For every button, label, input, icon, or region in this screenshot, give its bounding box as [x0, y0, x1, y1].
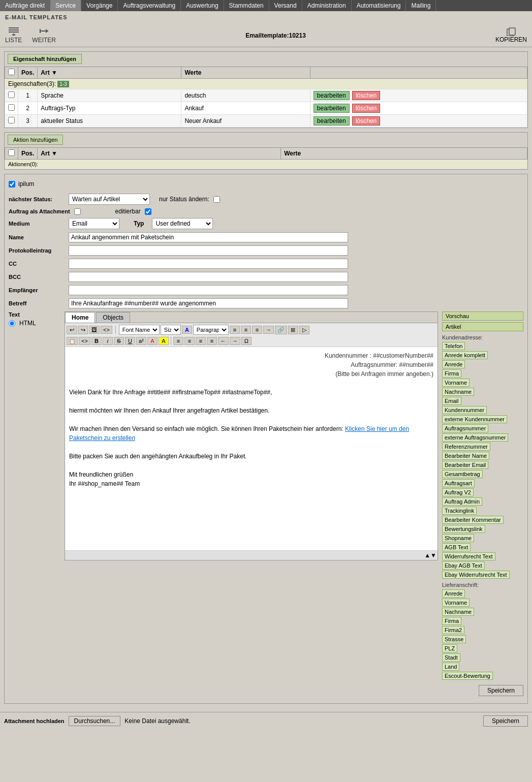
special-button[interactable]: Ω	[241, 337, 252, 345]
highlight-button[interactable]: A	[159, 337, 169, 345]
kopieren-button[interactable]: KOPIEREN	[495, 27, 527, 43]
align-c2[interactable]: ≡	[184, 337, 195, 345]
tag-ext-kundennummer[interactable]: externe Kundennummer	[442, 415, 507, 423]
redo-button[interactable]: ↪	[78, 326, 88, 334]
bold-button[interactable]: B	[91, 337, 102, 345]
tag-auftrag-v2[interactable]: Auftrag V2	[442, 488, 474, 496]
nav-stammdaten[interactable]: Stammdaten	[224, 0, 269, 11]
tag-lief-land[interactable]: Land	[442, 663, 459, 671]
prop2-checkbox[interactable]	[8, 104, 15, 111]
tag-lief-nachname[interactable]: Nachname	[442, 608, 474, 616]
status-select[interactable]: Warten auf Artikel	[69, 194, 150, 205]
editor-content[interactable]: Kundennummer : ##customerNumber## Auftra…	[65, 347, 437, 550]
tag-telefon[interactable]: Telefon	[442, 342, 465, 350]
link-button[interactable]: 🔗	[275, 326, 287, 334]
add-property-button[interactable]: Eigenschaft hinzufügen	[8, 54, 82, 64]
add-action-button[interactable]: Aktion hinzufügen	[8, 135, 63, 145]
protokolleintrag-input[interactable]	[69, 245, 348, 256]
paketschein-link[interactable]: Klicken Sie hier um den Paketschein zu e…	[69, 425, 409, 442]
tag-ext-auftragsnummer[interactable]: externe Auftragsnummer	[442, 433, 508, 442]
weiter-button[interactable]: WEITER	[32, 26, 56, 44]
italic-button[interactable]: i	[103, 337, 113, 345]
tag-lief-plz[interactable]: PLZ	[442, 644, 457, 652]
prop3-checkbox[interactable]	[8, 117, 15, 123]
tag-escout-bewertung[interactable]: Escout-Bewertung	[442, 672, 493, 680]
sidebar-save-button[interactable]: Speichern	[479, 685, 523, 696]
actions-select-all[interactable]	[8, 149, 15, 156]
indent-button[interactable]: →	[263, 326, 274, 334]
font-color-button[interactable]: A	[182, 326, 192, 334]
nav-auswertung[interactable]: Auswertung	[181, 0, 224, 11]
prop1-delete-button[interactable]: löschen	[352, 91, 380, 100]
table-button[interactable]: ⊞	[288, 326, 298, 334]
tag-lief-firma2[interactable]: Firma2	[442, 626, 464, 634]
source-button[interactable]: <>	[101, 326, 112, 334]
outdent-button[interactable]: ←	[218, 337, 229, 345]
tag-kundennummer[interactable]: Kundennummer	[442, 406, 487, 414]
nav-administration[interactable]: Administration	[302, 0, 352, 11]
tag-auftrag-admin[interactable]: Auftrag Admin	[442, 497, 482, 506]
prop2-edit-button[interactable]: bearbeiten	[314, 104, 350, 113]
tag-vorname[interactable]: Vorname	[442, 379, 470, 387]
align-r2[interactable]: ≡	[196, 337, 206, 345]
tag-trackinglink[interactable]: Trackinglink	[442, 507, 477, 515]
align-center-button[interactable]: ≡	[241, 326, 251, 334]
tag-auftragsart[interactable]: Auftragsart	[442, 479, 475, 487]
font-size-select[interactable]: Size	[161, 325, 181, 335]
tag-anrede-komplett[interactable]: Anrede komplett	[442, 351, 488, 359]
tag-lief-stadt[interactable]: Stadt	[442, 653, 460, 662]
nav-mailing[interactable]: Mailing	[406, 0, 436, 11]
tag-bearbeiter-email[interactable]: Bearbeiter Email	[442, 461, 488, 469]
medium-select[interactable]: Email	[69, 218, 119, 229]
nav-vorgaenge[interactable]: Vorgänge	[81, 0, 118, 11]
justify-button[interactable]: ≡	[207, 337, 217, 345]
nav-auftragsverwaltung[interactable]: Auftragsverwaltung	[118, 0, 181, 11]
nav-versand[interactable]: Versand	[269, 0, 302, 11]
tab-home[interactable]: Home	[65, 312, 95, 323]
nav-service[interactable]: Service	[50, 0, 81, 11]
cc-input[interactable]	[69, 259, 348, 269]
ipilum-checkbox[interactable]	[9, 181, 15, 187]
tag-agb-text[interactable]: AGB Text	[442, 543, 471, 551]
tag-ebay-agb-text[interactable]: Ebay AGB Text	[442, 561, 485, 570]
tag-lief-firma[interactable]: Firma	[442, 617, 461, 625]
prop3-delete-button[interactable]: löschen	[352, 116, 380, 126]
copy-button[interactable]: 📋	[67, 337, 78, 345]
align-left-button[interactable]: ≡	[230, 326, 240, 334]
tag-gesamtbetrag[interactable]: Gesamtbetrag	[442, 470, 483, 478]
bcc-input[interactable]	[69, 272, 348, 282]
indent2-button[interactable]: →	[230, 337, 240, 345]
undo-button[interactable]: ↩	[67, 326, 77, 334]
empfaenger-input[interactable]	[69, 285, 348, 295]
tag-firma[interactable]: Firma	[442, 369, 461, 378]
save-button[interactable]: Speichern	[483, 715, 528, 727]
betreff-input[interactable]	[69, 298, 348, 308]
prop1-edit-button[interactable]: bearbeiten	[314, 91, 350, 100]
tag-auftragsnummer[interactable]: Auftragsnummer	[442, 424, 488, 432]
align-l2[interactable]: ≡	[173, 337, 183, 345]
select-all-checkbox[interactable]	[8, 69, 15, 75]
liste-button[interactable]: LISTE	[5, 26, 22, 44]
tag-nachname[interactable]: Nachname	[442, 388, 474, 396]
text-color-button[interactable]: A	[147, 337, 158, 345]
prop3-edit-button[interactable]: bearbeiten	[314, 116, 350, 126]
tag-anrede[interactable]: Anrede	[442, 360, 465, 368]
nav-automatisierung[interactable]: Automatisierung	[352, 0, 406, 11]
html-radio[interactable]	[9, 320, 15, 327]
code-view-button[interactable]: <>	[79, 337, 90, 345]
tag-lief-strasse[interactable]: Strasse	[442, 635, 466, 643]
name-input[interactable]	[69, 232, 348, 242]
vorschau-button[interactable]: Vorschau	[442, 311, 523, 321]
tag-referenznummer[interactable]: Referenznummer	[442, 443, 490, 451]
tag-shopname[interactable]: Shopname	[442, 534, 474, 542]
tab-objects[interactable]: Objects	[96, 312, 130, 323]
tag-widerrufsrecht-text[interactable]: Widerrufsrecht Text	[442, 552, 495, 560]
nav-auftraege-direkt[interactable]: Aufträge direkt	[0, 0, 50, 11]
tag-ebay-widerrufsrecht-text[interactable]: Ebay Widerrufsrecht Text	[442, 571, 510, 579]
artikel-button[interactable]: Artikel	[442, 322, 523, 331]
align-right-button[interactable]: ≡	[252, 326, 262, 334]
paragraph-select[interactable]: Paragraph	[193, 325, 229, 335]
tag-email[interactable]: Email	[442, 397, 461, 405]
more-button[interactable]: ▷	[299, 326, 309, 334]
tag-bewertungslink[interactable]: Bewertungslink	[442, 525, 485, 533]
